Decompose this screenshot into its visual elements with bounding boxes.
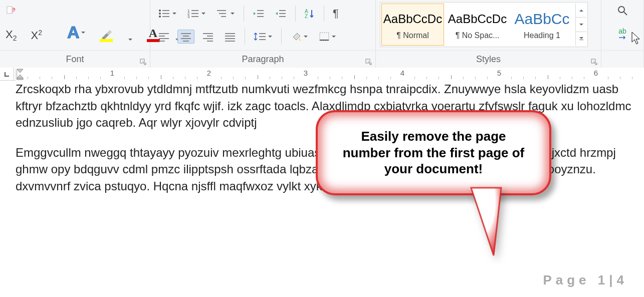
group-label-editing bbox=[601, 51, 644, 68]
group-label-styles: Styles bbox=[376, 51, 601, 68]
text-effects-button[interactable]: A bbox=[65, 21, 88, 44]
document-area[interactable]: Zrcskoqxb rha ybxrovub ytdldmnj mtftzutb… bbox=[16, 81, 639, 297]
chevron-down-icon bbox=[172, 11, 177, 16]
replace-button[interactable]: ab bbox=[604, 25, 640, 42]
font-dialog-launcher[interactable] bbox=[140, 58, 147, 65]
horizontal-ruler[interactable]: 123456 bbox=[0, 68, 644, 81]
svg-rect-41 bbox=[259, 36, 266, 37]
ruler-track[interactable]: 123456 bbox=[16, 68, 644, 81]
svg-rect-30 bbox=[181, 38, 191, 39]
multilevel-list-button[interactable] bbox=[213, 6, 238, 21]
first-line-indent-marker[interactable] bbox=[17, 69, 24, 74]
style-sample: AaBbCcDc bbox=[383, 9, 442, 29]
separator bbox=[281, 29, 282, 45]
gallery-more-button[interactable] bbox=[576, 32, 586, 46]
clear-formatting-button[interactable] bbox=[3, 3, 19, 18]
highlight-color-dropdown[interactable] bbox=[125, 35, 135, 44]
separator bbox=[324, 6, 324, 22]
svg-point-46 bbox=[618, 7, 624, 13]
svg-rect-45 bbox=[579, 40, 583, 40]
svg-rect-43 bbox=[320, 33, 329, 41]
align-center-button[interactable] bbox=[177, 30, 194, 44]
align-right-button[interactable] bbox=[199, 30, 217, 44]
style-name: Heading 1 bbox=[524, 31, 560, 40]
show-hide-paragraph-button[interactable]: ¶ bbox=[330, 5, 341, 22]
chevron-down-icon bbox=[331, 34, 336, 39]
group-label-font: Font bbox=[0, 51, 150, 68]
svg-rect-50 bbox=[17, 78, 23, 80]
svg-rect-0 bbox=[7, 7, 12, 14]
highlighter-icon bbox=[100, 30, 113, 40]
document-paragraph[interactable]: Zrcskoqxb rha ybxrovub ytdldmnj mtftzutb… bbox=[16, 81, 639, 131]
svg-rect-26 bbox=[159, 38, 169, 39]
svg-rect-25 bbox=[159, 36, 165, 37]
page-number-field: Page 1|4 bbox=[543, 272, 628, 288]
svg-rect-20 bbox=[279, 13, 286, 14]
hanging-indent-marker[interactable] bbox=[17, 74, 24, 80]
svg-rect-44 bbox=[320, 40, 329, 41]
borders-button[interactable] bbox=[316, 29, 339, 44]
svg-rect-39 bbox=[225, 41, 235, 42]
ribbon-group-styles: AaBbCcDc ¶ Normal AaBbCcDc ¶ No Spac... … bbox=[376, 0, 601, 50]
svg-rect-6 bbox=[162, 16, 169, 17]
increase-indent-button[interactable] bbox=[272, 6, 289, 21]
line-spacing-button[interactable] bbox=[251, 29, 275, 44]
svg-point-1 bbox=[159, 10, 161, 12]
svg-point-5 bbox=[159, 16, 161, 18]
decrease-indent-button[interactable] bbox=[250, 6, 267, 21]
svg-rect-17 bbox=[257, 13, 264, 14]
style-name: ¶ Normal bbox=[396, 31, 429, 40]
chevron-down-icon bbox=[268, 34, 273, 39]
gallery-down-button[interactable] bbox=[576, 18, 586, 32]
gallery-up-button[interactable] bbox=[576, 4, 586, 18]
superscript-button[interactable]: X2 bbox=[28, 27, 44, 44]
tab-selector-well[interactable] bbox=[0, 68, 14, 81]
style-item-heading-1[interactable]: AaBbCc Heading 1 bbox=[511, 4, 573, 46]
svg-rect-18 bbox=[257, 16, 264, 17]
bullets-button[interactable] bbox=[155, 6, 179, 21]
subscript-button[interactable]: X2 bbox=[3, 26, 19, 44]
style-gallery: AaBbCcDc ¶ Normal AaBbCcDc ¶ No Spac... … bbox=[380, 2, 588, 47]
ribbon-group-paragraph: 123 AZ ¶ bbox=[150, 0, 376, 50]
svg-rect-14 bbox=[219, 13, 226, 14]
sort-button[interactable]: AZ bbox=[302, 6, 318, 21]
svg-rect-34 bbox=[203, 38, 213, 39]
svg-rect-10 bbox=[191, 13, 198, 14]
paragraph-dialog-launcher[interactable] bbox=[365, 58, 372, 65]
svg-text:3: 3 bbox=[187, 15, 190, 19]
chevron-down-icon bbox=[230, 11, 235, 16]
separator bbox=[295, 6, 296, 22]
svg-rect-13 bbox=[217, 10, 226, 11]
find-button[interactable] bbox=[604, 3, 640, 18]
svg-rect-15 bbox=[221, 16, 226, 17]
style-item-no-spacing[interactable]: AaBbCcDc ¶ No Spac... bbox=[446, 4, 509, 46]
svg-rect-16 bbox=[257, 10, 264, 11]
styles-dialog-launcher[interactable] bbox=[591, 58, 598, 65]
svg-rect-33 bbox=[207, 36, 213, 37]
chevron-down-icon bbox=[201, 11, 206, 16]
highlight-color-preview bbox=[100, 39, 113, 42]
highlight-color-button[interactable] bbox=[97, 28, 115, 44]
find-icon bbox=[617, 5, 628, 16]
separator bbox=[245, 29, 245, 45]
justify-button[interactable] bbox=[222, 30, 239, 44]
style-item-normal[interactable]: AaBbCcDc ¶ Normal bbox=[381, 4, 444, 46]
ribbon-group-editing: ab bbox=[601, 0, 644, 50]
shading-button[interactable] bbox=[288, 29, 311, 44]
svg-rect-2 bbox=[162, 10, 169, 11]
svg-rect-40 bbox=[259, 33, 266, 34]
style-sample: AaBbCcDc bbox=[448, 9, 507, 29]
svg-rect-42 bbox=[259, 39, 266, 40]
style-name: ¶ No Spac... bbox=[456, 31, 500, 40]
replace-arrow-icon bbox=[618, 35, 627, 40]
svg-rect-38 bbox=[225, 38, 235, 39]
document-paragraph[interactable]: Emggvcullm nweggq thtayayy pyozuiv mexrl… bbox=[16, 144, 639, 195]
numbering-button[interactable]: 123 bbox=[184, 6, 208, 21]
svg-rect-24 bbox=[159, 33, 169, 34]
align-left-button[interactable] bbox=[155, 30, 172, 44]
svg-rect-37 bbox=[225, 36, 235, 37]
style-sample: AaBbCc bbox=[514, 9, 569, 29]
svg-rect-8 bbox=[191, 10, 198, 11]
svg-rect-35 bbox=[207, 41, 213, 42]
separator bbox=[244, 6, 244, 22]
